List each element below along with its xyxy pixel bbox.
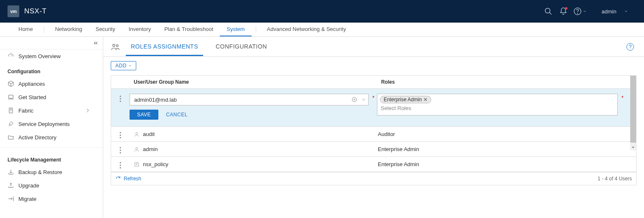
- column-header-roles[interactable]: Roles: [377, 76, 636, 88]
- upgrade-icon: [8, 182, 14, 189]
- menu-networking[interactable]: Networking: [48, 23, 89, 36]
- sidebar-item-get-started[interactable]: Get Started: [0, 90, 103, 104]
- scrollbar-down-icon[interactable]: [630, 144, 636, 150]
- notification-badge: [565, 7, 568, 10]
- svg-point-19: [136, 132, 138, 134]
- notifications-icon[interactable]: [556, 4, 571, 19]
- svg-point-0: [545, 8, 550, 13]
- svg-point-16: [120, 132, 121, 133]
- divider: [0, 147, 103, 148]
- sidebar-item-label: Active Directory: [18, 134, 56, 141]
- add-button[interactable]: ADD: [111, 61, 136, 70]
- svg-point-18: [120, 137, 121, 138]
- edit-row: * SAVE CANCEL Enterprise Admin ✕ Se: [111, 89, 636, 127]
- column-header-user[interactable]: User/User Group Name: [130, 76, 377, 88]
- svg-point-23: [136, 147, 138, 149]
- menu-home[interactable]: Home: [12, 23, 40, 36]
- sidebar-item-system-overview[interactable]: System Overview: [0, 49, 103, 63]
- roles-cell: Enterprise Admin: [377, 146, 636, 152]
- cube-icon: [8, 80, 14, 87]
- sidebar: System Overview Configuration Appliances…: [0, 37, 103, 218]
- dropdown-icon[interactable]: [359, 97, 368, 103]
- policy-icon: [134, 162, 140, 167]
- chevron-down-icon: [128, 64, 132, 67]
- table-row[interactable]: audit Auditor: [111, 127, 636, 142]
- svg-point-8: [113, 44, 115, 46]
- user-name-input[interactable]: [130, 97, 350, 103]
- help-menu[interactable]: [571, 7, 589, 15]
- user-name-cell: admin: [143, 146, 158, 152]
- users-icon: [111, 42, 120, 51]
- menu-plan-troubleshoot[interactable]: Plan & Troubleshoot: [158, 23, 220, 36]
- svg-point-26: [120, 167, 121, 168]
- menu-security[interactable]: Security: [89, 23, 122, 36]
- sidebar-item-label: Fabric: [18, 108, 33, 114]
- add-label: ADD: [115, 63, 127, 69]
- sidebar-item-backup-restore[interactable]: Backup & Restore: [0, 165, 103, 179]
- svg-rect-5: [9, 108, 13, 113]
- svg-point-11: [120, 98, 121, 100]
- user-icon: [134, 131, 140, 137]
- row-actions-menu[interactable]: [111, 130, 130, 138]
- svg-line-1: [549, 13, 551, 15]
- tab-configuration[interactable]: CONFIGURATION: [211, 37, 272, 56]
- sidebar-heading-configuration: Configuration: [0, 63, 103, 77]
- main-content: ROLES ASSIGNMENTS CONFIGURATION ? ADD Us…: [103, 37, 644, 218]
- sidebar-item-label: Migrate: [18, 196, 36, 202]
- role-chip: Enterprise Admin ✕: [380, 96, 431, 103]
- svg-point-10: [120, 96, 121, 97]
- svg-point-24: [120, 162, 121, 163]
- svg-point-17: [120, 134, 121, 136]
- table-row[interactable]: admin Enterprise Admin: [111, 142, 636, 157]
- sidebar-item-migrate[interactable]: Migrate: [0, 192, 103, 205]
- svg-point-3: [577, 13, 578, 14]
- save-button[interactable]: SAVE: [130, 110, 158, 120]
- row-actions-menu[interactable]: [111, 145, 130, 154]
- sidebar-item-service-deployments[interactable]: Service Deployments: [0, 117, 103, 131]
- sidebar-item-label: Appliances: [18, 81, 45, 87]
- refresh-button[interactable]: Refresh: [115, 176, 141, 182]
- grid-scrollbar[interactable]: [630, 76, 636, 150]
- scrollbar-thumb[interactable]: [630, 76, 636, 143]
- grid-header: User/User Group Name Roles: [111, 76, 636, 89]
- menu-inventory[interactable]: Inventory: [122, 23, 158, 36]
- sidebar-item-active-directory[interactable]: Active Directory: [0, 131, 103, 144]
- context-help-icon[interactable]: ?: [626, 43, 634, 51]
- sidebar-item-upgrade[interactable]: Upgrade: [0, 179, 103, 192]
- divider: [256, 26, 256, 33]
- sidebar-item-label: Get Started: [18, 94, 46, 100]
- svg-point-25: [120, 164, 121, 166]
- tab-roles-assignments[interactable]: ROLES ASSIGNMENTS: [126, 37, 203, 56]
- subtabs-bar: ROLES ASSIGNMENTS CONFIGURATION ?: [103, 37, 644, 57]
- cancel-button[interactable]: CANCEL: [166, 112, 188, 118]
- vmware-logo: vm: [8, 5, 19, 17]
- role-chip-label: Enterprise Admin: [384, 97, 422, 103]
- sidebar-item-label: Upgrade: [18, 182, 39, 189]
- svg-point-22: [120, 152, 121, 153]
- row-actions-menu[interactable]: [111, 94, 130, 102]
- menu-advanced-networking-security[interactable]: Advanced Networking & Security: [260, 23, 353, 36]
- divider: [44, 26, 44, 33]
- user-menu[interactable]: admin: [589, 8, 636, 15]
- roles-cell: Auditor: [377, 131, 636, 137]
- top-header: vm NSX-T admin: [0, 0, 644, 23]
- migrate-icon: [8, 195, 14, 202]
- remove-chip-icon[interactable]: ✕: [423, 97, 428, 103]
- laptop-icon: [8, 94, 14, 100]
- user-input-combo[interactable]: [130, 94, 369, 105]
- menu-system[interactable]: System: [220, 23, 251, 36]
- sidebar-item-fabric[interactable]: Fabric: [0, 104, 103, 117]
- table-row[interactable]: nsx_policy Enterprise Admin: [111, 157, 636, 172]
- row-actions-menu[interactable]: [111, 160, 130, 169]
- sidebar-item-label: System Overview: [18, 53, 61, 59]
- user-name-cell: nsx_policy: [143, 161, 168, 167]
- toolbar: ADD: [103, 57, 644, 75]
- search-icon[interactable]: [541, 4, 556, 19]
- sidebar-item-appliances[interactable]: Appliances: [0, 77, 103, 90]
- sidebar-item-label: Service Deployments: [18, 121, 70, 127]
- sidebar-collapse-button[interactable]: [0, 37, 103, 49]
- required-indicator: *: [621, 95, 624, 101]
- roles-multiselect[interactable]: Enterprise Admin ✕ Select Roles: [377, 94, 618, 115]
- gauge-icon: [8, 53, 14, 59]
- clear-input-icon[interactable]: [350, 97, 359, 103]
